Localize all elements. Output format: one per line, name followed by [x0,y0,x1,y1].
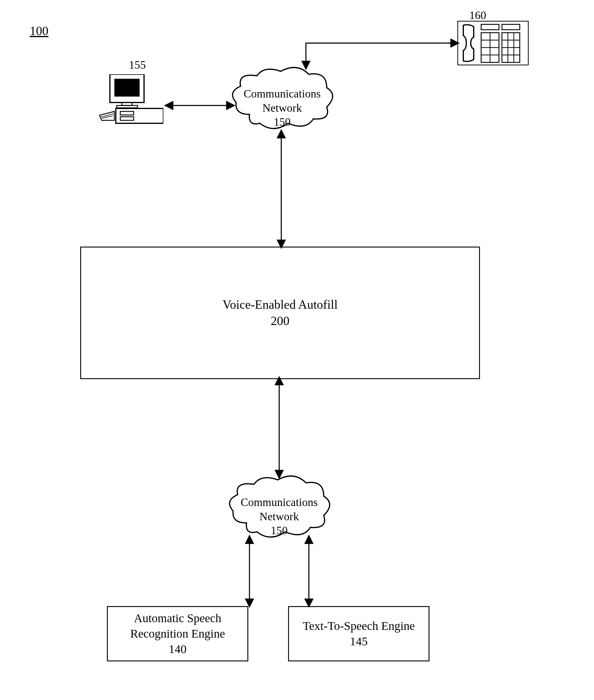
box-tts-line1: Text-To-Speech Engine [303,618,415,634]
cloud-bottom-line2: Network [226,509,333,523]
svg-rect-6 [120,117,134,120]
cloud-bottom-line1: Communications [226,495,333,510]
figure-number: 100 [30,24,48,38]
cloud-bottom: Communications Network 150 [226,472,333,544]
computer-icon [98,74,163,125]
cloud-top: Communications Network 150 [229,64,336,135]
svg-rect-10 [481,24,499,30]
svg-rect-5 [120,112,134,115]
svg-rect-4 [116,108,163,123]
box-asr-line1: Automatic Speech [130,611,225,626]
box-autofill-ref: 200 [223,313,338,329]
cloud-top-line2: Network [229,101,336,115]
cloud-bottom-ref: 150 [226,523,333,538]
box-autofill: Voice-Enabled Autofill 200 [80,247,480,379]
box-asr-ref: 140 [130,641,225,657]
svg-rect-9 [457,21,529,65]
box-asr: Automatic Speech Recognition Engine 140 [107,606,248,661]
phone-icon [457,21,529,65]
svg-rect-1 [114,79,140,97]
computer-ref-label: 155 [129,58,146,72]
phone-ref-label: 160 [469,8,486,23]
diagram-canvas: 100 155 160 [0,0,594,700]
cloud-top-line1: Communications [229,87,336,101]
box-asr-line2: Recognition Engine [130,626,225,641]
box-autofill-title: Voice-Enabled Autofill [223,296,338,313]
box-tts-ref: 145 [303,634,415,649]
svg-rect-11 [502,24,520,30]
box-tts: Text-To-Speech Engine 145 [288,606,429,661]
svg-rect-3 [117,105,137,108]
cloud-top-ref: 150 [229,115,336,129]
